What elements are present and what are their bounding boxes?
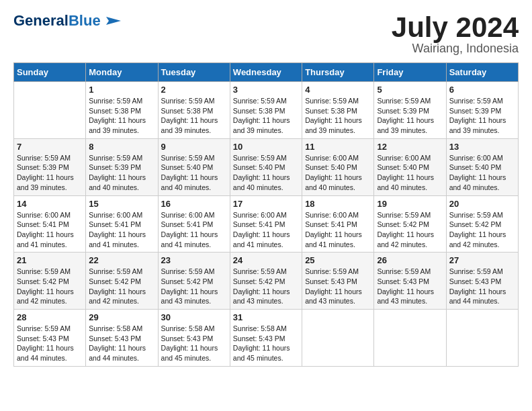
calendar-table: SundayMondayTuesdayWednesdayThursdayFrid… (13, 62, 519, 367)
day-info: Sunrise: 5:59 AM Sunset: 5:38 PM Dayligh… (89, 96, 154, 136)
svg-marker-0 (106, 17, 121, 25)
day-info: Sunrise: 5:59 AM Sunset: 5:42 PM Dayligh… (89, 267, 154, 306)
calendar-subtitle: Wairiang, Indonesia (392, 42, 519, 56)
calendar-cell: 31Sunrise: 5:58 AM Sunset: 5:43 PM Dayli… (230, 310, 302, 367)
day-info: Sunrise: 6:00 AM Sunset: 5:41 PM Dayligh… (17, 210, 83, 250)
calendar-cell: 6Sunrise: 5:59 AM Sunset: 5:39 PM Daylig… (446, 82, 518, 139)
calendar-cell: 15Sunrise: 6:00 AM Sunset: 5:41 PM Dayli… (86, 195, 158, 253)
calendar-cell: 22Sunrise: 5:59 AM Sunset: 5:42 PM Dayli… (86, 253, 158, 310)
day-number: 27 (449, 255, 515, 265)
day-number: 10 (233, 142, 299, 152)
day-number: 29 (89, 312, 154, 322)
day-number: 28 (17, 312, 83, 322)
day-number: 9 (161, 142, 227, 152)
day-info: Sunrise: 6:00 AM Sunset: 5:41 PM Dayligh… (161, 210, 227, 250)
col-header-thursday: Thursday (302, 63, 374, 82)
col-header-wednesday: Wednesday (230, 63, 302, 82)
calendar-cell: 23Sunrise: 5:59 AM Sunset: 5:42 PM Dayli… (158, 253, 230, 310)
page-header: GeneralBlue July 2024 Wairiang, Indonesi… (13, 13, 519, 56)
day-number: 18 (305, 199, 371, 209)
day-number: 25 (305, 255, 371, 265)
calendar-cell: 13Sunrise: 6:00 AM Sunset: 5:40 PM Dayli… (446, 138, 518, 195)
logo: GeneralBlue (13, 13, 121, 28)
day-number: 14 (17, 199, 83, 209)
day-number: 13 (449, 142, 515, 152)
day-number: 30 (161, 312, 227, 322)
day-info: Sunrise: 5:58 AM Sunset: 5:43 PM Dayligh… (233, 324, 299, 363)
calendar-cell: 19Sunrise: 5:59 AM Sunset: 5:42 PM Dayli… (374, 195, 446, 253)
calendar-cell: 26Sunrise: 5:59 AM Sunset: 5:43 PM Dayli… (374, 253, 446, 310)
calendar-cell: 7Sunrise: 5:59 AM Sunset: 5:39 PM Daylig… (14, 138, 86, 195)
calendar-cell: 12Sunrise: 6:00 AM Sunset: 5:40 PM Dayli… (374, 138, 446, 195)
day-number: 20 (449, 199, 515, 209)
calendar-cell (374, 310, 446, 367)
day-number: 16 (161, 199, 227, 209)
day-number: 6 (449, 85, 515, 95)
calendar-cell: 21Sunrise: 5:59 AM Sunset: 5:42 PM Dayli… (14, 253, 86, 310)
calendar-cell: 11Sunrise: 6:00 AM Sunset: 5:40 PM Dayli… (302, 138, 374, 195)
day-number: 3 (233, 85, 299, 95)
day-number: 4 (305, 85, 371, 95)
day-info: Sunrise: 5:58 AM Sunset: 5:43 PM Dayligh… (161, 324, 227, 363)
day-number: 11 (305, 142, 371, 152)
col-header-tuesday: Tuesday (158, 63, 230, 82)
day-info: Sunrise: 6:00 AM Sunset: 5:41 PM Dayligh… (305, 210, 371, 250)
logo-text: GeneralBlue (13, 13, 101, 28)
day-number: 17 (233, 199, 299, 209)
day-info: Sunrise: 5:59 AM Sunset: 5:43 PM Dayligh… (17, 324, 83, 363)
day-info: Sunrise: 6:00 AM Sunset: 5:40 PM Dayligh… (449, 153, 515, 193)
day-number: 1 (89, 85, 154, 95)
day-number: 21 (17, 255, 83, 265)
calendar-cell: 3Sunrise: 5:59 AM Sunset: 5:38 PM Daylig… (230, 82, 302, 139)
day-info: Sunrise: 6:00 AM Sunset: 5:40 PM Dayligh… (377, 153, 443, 193)
day-info: Sunrise: 5:59 AM Sunset: 5:39 PM Dayligh… (17, 153, 83, 193)
col-header-sunday: Sunday (14, 63, 86, 82)
day-number: 2 (161, 85, 227, 95)
logo-arrow-icon (102, 14, 121, 28)
calendar-cell: 16Sunrise: 6:00 AM Sunset: 5:41 PM Dayli… (158, 195, 230, 253)
day-info: Sunrise: 5:59 AM Sunset: 5:39 PM Dayligh… (449, 96, 515, 136)
day-info: Sunrise: 5:59 AM Sunset: 5:42 PM Dayligh… (377, 210, 443, 250)
day-info: Sunrise: 6:00 AM Sunset: 5:41 PM Dayligh… (89, 210, 154, 250)
calendar-cell (302, 310, 374, 367)
day-info: Sunrise: 5:59 AM Sunset: 5:42 PM Dayligh… (233, 267, 299, 306)
day-number: 22 (89, 255, 154, 265)
day-info: Sunrise: 5:58 AM Sunset: 5:43 PM Dayligh… (89, 324, 154, 363)
day-info: Sunrise: 5:59 AM Sunset: 5:39 PM Dayligh… (377, 96, 443, 136)
day-number: 26 (377, 255, 443, 265)
day-info: Sunrise: 5:59 AM Sunset: 5:38 PM Dayligh… (233, 96, 299, 136)
calendar-cell: 2Sunrise: 5:59 AM Sunset: 5:38 PM Daylig… (158, 82, 230, 139)
calendar-cell: 20Sunrise: 5:59 AM Sunset: 5:42 PM Dayli… (446, 195, 518, 253)
day-number: 31 (233, 312, 299, 322)
calendar-cell: 14Sunrise: 6:00 AM Sunset: 5:41 PM Dayli… (14, 195, 86, 253)
day-info: Sunrise: 6:00 AM Sunset: 5:41 PM Dayligh… (233, 210, 299, 250)
calendar-cell: 29Sunrise: 5:58 AM Sunset: 5:43 PM Dayli… (86, 310, 158, 367)
calendar-cell: 8Sunrise: 5:59 AM Sunset: 5:39 PM Daylig… (86, 138, 158, 195)
day-info: Sunrise: 5:59 AM Sunset: 5:39 PM Dayligh… (89, 153, 154, 193)
day-number: 8 (89, 142, 154, 152)
col-header-friday: Friday (374, 63, 446, 82)
calendar-cell: 10Sunrise: 5:59 AM Sunset: 5:40 PM Dayli… (230, 138, 302, 195)
calendar-cell (446, 310, 518, 367)
col-header-monday: Monday (86, 63, 158, 82)
day-info: Sunrise: 5:59 AM Sunset: 5:38 PM Dayligh… (161, 96, 227, 136)
day-number: 19 (377, 199, 443, 209)
calendar-cell: 5Sunrise: 5:59 AM Sunset: 5:39 PM Daylig… (374, 82, 446, 139)
day-info: Sunrise: 5:59 AM Sunset: 5:40 PM Dayligh… (233, 153, 299, 193)
calendar-cell: 28Sunrise: 5:59 AM Sunset: 5:43 PM Dayli… (14, 310, 86, 367)
calendar-cell (14, 82, 86, 139)
calendar-cell: 18Sunrise: 6:00 AM Sunset: 5:41 PM Dayli… (302, 195, 374, 253)
col-header-saturday: Saturday (446, 63, 518, 82)
day-number: 12 (377, 142, 443, 152)
calendar-cell: 25Sunrise: 5:59 AM Sunset: 5:43 PM Dayli… (302, 253, 374, 310)
day-info: Sunrise: 5:59 AM Sunset: 5:42 PM Dayligh… (17, 267, 83, 306)
calendar-title: July 2024 (392, 13, 519, 42)
day-info: Sunrise: 5:59 AM Sunset: 5:43 PM Dayligh… (449, 267, 515, 306)
day-info: Sunrise: 5:59 AM Sunset: 5:40 PM Dayligh… (161, 153, 227, 193)
calendar-cell: 1Sunrise: 5:59 AM Sunset: 5:38 PM Daylig… (86, 82, 158, 139)
day-info: Sunrise: 5:59 AM Sunset: 5:42 PM Dayligh… (449, 210, 515, 250)
day-number: 15 (89, 199, 154, 209)
day-number: 7 (17, 142, 83, 152)
calendar-cell: 17Sunrise: 6:00 AM Sunset: 5:41 PM Dayli… (230, 195, 302, 253)
day-number: 5 (377, 85, 443, 95)
